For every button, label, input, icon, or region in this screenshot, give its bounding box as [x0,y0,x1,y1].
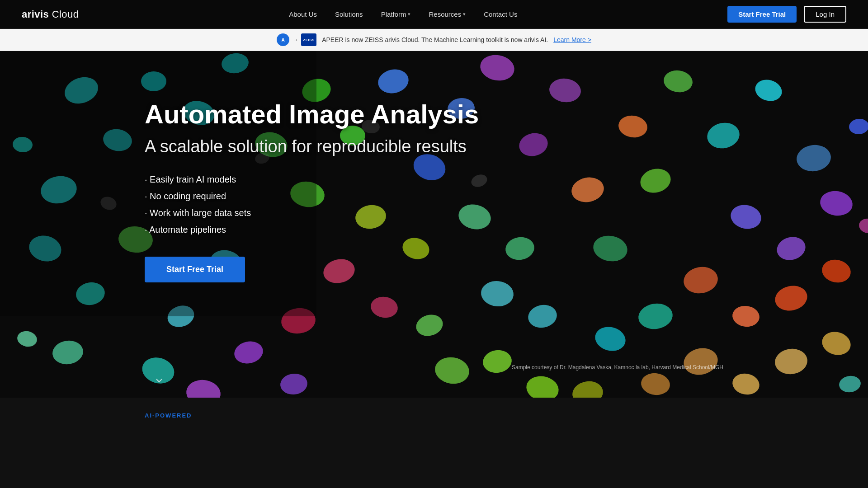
nav-start-trial-button[interactable]: Start Free Trial [727,6,797,23]
nav-links: About Us Solutions Platform ▾ Resources … [289,10,517,19]
navbar-actions: Start Free Trial Log In [727,6,846,23]
hero-section: Automated Image Analysis A scalable solu… [0,0,868,488]
banner-logos: A → ZEISS [277,33,316,46]
nav-login-button[interactable]: Log In [804,6,846,23]
nav-item-solutions[interactable]: Solutions [335,10,363,19]
feature-item-4: · Automate pipelines [145,225,868,235]
chevron-down-icon: ▾ [408,11,410,17]
feature-item-1: · Easily train AI models [145,174,868,185]
chevron-down-icon: ▾ [463,11,466,17]
nav-link-resources[interactable]: Resources [429,10,461,18]
announcement-banner: A → ZEISS APEER is now ZEISS arivis Clou… [0,29,868,51]
nav-item-platform[interactable]: Platform ▾ [381,10,411,18]
nav-item-about[interactable]: About Us [289,10,317,19]
nav-link-solutions[interactable]: Solutions [335,10,363,18]
nav-link-contact[interactable]: Contact Us [484,10,517,18]
feature-item-3: · Work with large data sets [145,208,868,218]
nav-link-platform[interactable]: Platform [381,10,406,18]
hero-start-trial-button[interactable]: Start Free Trial [145,257,245,282]
hero-subtitle: A scalable solution for reproducible res… [145,137,868,156]
banner-learn-more-link[interactable]: Learn More > [553,36,591,43]
arrow-icon: → [292,36,298,43]
apeer-logo-icon: A [277,33,289,46]
hero-content: Automated Image Analysis A scalable solu… [0,45,868,282]
brand-part2: Cloud [49,9,79,20]
brand-name: arivis Cloud [22,9,79,20]
brand-part1: arivis [22,9,49,20]
banner-text: APEER is now ZEISS arivis Cloud. The Mac… [322,36,548,43]
feature-item-2: · No coding required [145,191,868,202]
hero-title: Automated Image Analysis [145,99,868,130]
nav-link-about[interactable]: About Us [289,10,317,18]
scroll-down-indicator[interactable] [154,375,165,389]
ai-powered-label: AI-POWERED [145,412,192,419]
nav-item-contact[interactable]: Contact Us [484,10,517,19]
bottom-section: AI-POWERED [0,398,868,488]
nav-dropdown-platform[interactable]: Platform ▾ [381,10,411,18]
nav-item-resources[interactable]: Resources ▾ [429,10,466,18]
hero-features-list: · Easily train AI models · No coding req… [145,174,868,235]
navbar: arivis Cloud About Us Solutions Platform… [0,0,868,29]
nav-dropdown-resources[interactable]: Resources ▾ [429,10,466,18]
logo[interactable]: arivis Cloud [22,9,79,20]
zeiss-logo-icon: ZEISS [301,33,316,46]
sample-credit-text: Sample courtesy of Dr. Magdalena Vaska, … [512,364,723,371]
